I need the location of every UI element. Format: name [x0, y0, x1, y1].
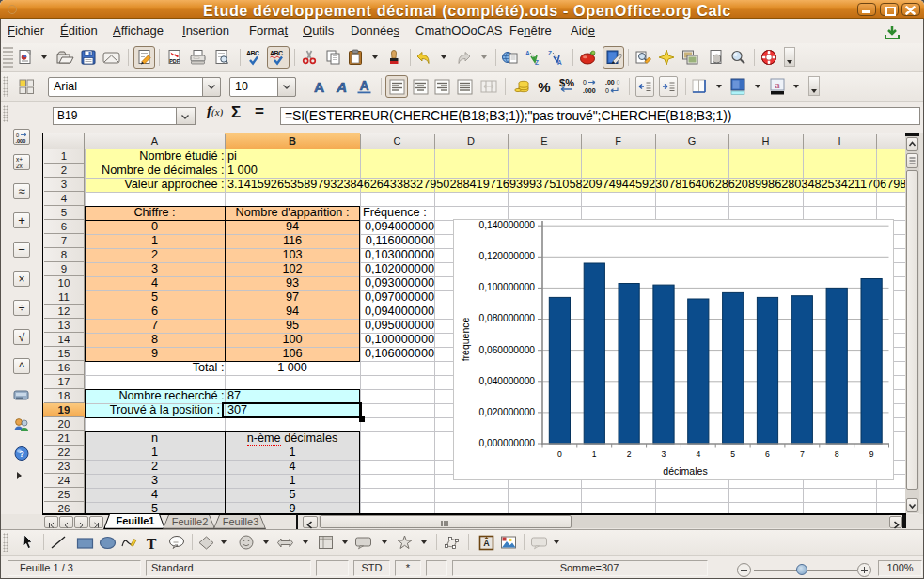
svg-text:A: A	[483, 539, 490, 548]
svg-text:T: T	[147, 535, 157, 551]
